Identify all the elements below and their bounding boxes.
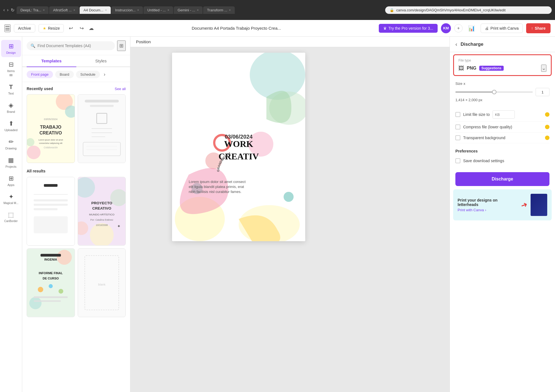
svg-text:elit ligula blandit platea pri: elit ligula blandit platea primis, erat xyxy=(189,185,244,189)
pill-front-page[interactable]: Front page xyxy=(27,71,53,78)
search-input[interactable] xyxy=(37,44,111,48)
brand-icon: ◈ xyxy=(9,102,13,109)
all-results-title: All results xyxy=(27,169,46,173)
sidebar-item-magical[interactable]: ✦ Magical M... xyxy=(1,190,21,207)
svg-text:Colaboración: Colaboración xyxy=(44,146,58,149)
tab-deepl[interactable]: DeepL: Tra... × xyxy=(17,6,49,14)
template-card-trabajo[interactable]: 03/05/2024 TRABAJO CREATIVO Lorem ipsum … xyxy=(27,94,75,163)
items-icon: ⊟ xyxy=(9,61,14,68)
svg-rect-50 xyxy=(34,300,61,302)
tab-close-untitled[interactable]: × xyxy=(167,8,169,12)
sidebar-item-canborder[interactable]: ⬚ CanBorder xyxy=(1,208,21,225)
add-button[interactable]: + xyxy=(454,24,463,32)
svg-text:TRABAJO: TRABAJO xyxy=(40,125,61,129)
limit-file-size-row: Limit file size to xyxy=(455,108,549,122)
print-promo-link[interactable]: Print with Canva › xyxy=(458,208,518,212)
tab-close-gemini[interactable]: × xyxy=(197,8,198,12)
archive-button[interactable]: Archive xyxy=(14,24,35,32)
nav-buttons[interactable]: ‹ › ↻ xyxy=(3,7,14,13)
canvas-document[interactable]: WORK CREATIV GRANDEITAVM Lorem ipsum dol… xyxy=(172,53,305,241)
tab-styles[interactable]: Styles xyxy=(76,55,126,67)
undo-button[interactable]: ↩ xyxy=(67,24,75,32)
tab-close-transform[interactable]: × xyxy=(229,8,231,12)
menu-button[interactable]: ☰ xyxy=(4,24,11,32)
svg-rect-26 xyxy=(34,208,58,210)
file-type-chevron[interactable]: ⌄ xyxy=(541,65,546,72)
tab-templates[interactable]: Templates xyxy=(27,55,76,67)
all-results-grid: PROYECTO CREATIVO MUNDO ARTÍSTICO Por: C… xyxy=(27,177,126,317)
address-bar[interactable]: 🔒 canva.com/design/DAGQmShVmyo/4HovEmDME… xyxy=(385,6,552,14)
svg-rect-49 xyxy=(34,296,68,298)
tab-close-instruccion[interactable]: × xyxy=(137,8,139,12)
tab-a4doc[interactable]: A4 Docum... × xyxy=(80,6,111,14)
tab-close-a4doc[interactable]: × xyxy=(105,8,107,12)
tab-close-deepl[interactable]: × xyxy=(43,8,45,12)
see-all-button[interactable]: See all xyxy=(115,87,126,91)
template-result-4[interactable]: blank xyxy=(78,248,126,317)
transparent-bg-left: Transparent background xyxy=(455,135,505,140)
template-art-r3: INGENIA INFORME FINAL DE CURSO xyxy=(27,249,75,317)
tab-close-afirstsoft[interactable]: × xyxy=(73,8,75,12)
save-settings-checkbox[interactable] xyxy=(455,158,460,163)
svg-text:consectetur adipiscing elit: consectetur adipiscing elit xyxy=(39,142,62,144)
template-result-2[interactable]: PROYECTO CREATIVO MUNDO ARTÍSTICO Por: C… xyxy=(78,177,126,246)
template-result-3[interactable]: INGENIA INFORME FINAL DE CURSO xyxy=(27,248,75,317)
sidebar-item-text[interactable]: T Text xyxy=(1,81,21,98)
sidebar-item-apps[interactable]: ⊞ Apps xyxy=(1,172,21,189)
tab-transform[interactable]: Transform ... × xyxy=(203,6,235,14)
back-nav-btn[interactable]: ‹ xyxy=(3,7,5,12)
right-panel-back-btn[interactable]: ‹ xyxy=(455,41,457,47)
transparent-bg-checkbox[interactable] xyxy=(455,135,460,140)
svg-rect-23 xyxy=(34,194,68,195)
resize-button[interactable]: ★ Resize xyxy=(39,24,64,32)
pill-board[interactable]: Board xyxy=(55,71,74,78)
all-results-header: All results xyxy=(27,169,126,174)
refresh-btn[interactable]: ↻ xyxy=(11,7,14,13)
search-icon: 🔍 xyxy=(31,44,35,48)
sidebar-item-design[interactable]: ⊞ Design xyxy=(1,40,21,57)
tab-afirstsoft[interactable]: AfirstSoft ... × xyxy=(49,6,79,14)
tab-untitled[interactable]: Untitled - ... × xyxy=(143,6,173,14)
template-result-1[interactable] xyxy=(27,177,75,246)
png-icon: 🖼 xyxy=(458,65,464,72)
svg-text:✦: ✦ xyxy=(117,224,120,228)
left-panel: 🔍 ⊞ Templates Styles Front page Board Sc… xyxy=(22,37,130,392)
browser-chrome: ‹ › ↻ DeepL: Tra... × AfirstSoft ... × A… xyxy=(0,0,555,20)
sidebar-item-projects[interactable]: ▦ Projects xyxy=(1,154,21,171)
canvas-top-bar: Position xyxy=(130,37,450,47)
svg-rect-21 xyxy=(27,177,75,245)
apps-icon: ⊞ xyxy=(9,175,14,182)
svg-text:MUNDO ARTÍSTICO: MUNDO ARTÍSTICO xyxy=(89,213,115,216)
tab-instruccion[interactable]: Instruccion... × xyxy=(111,6,143,14)
search-box[interactable]: 🔍 xyxy=(27,41,115,50)
share-button[interactable]: ↑ Share xyxy=(526,23,551,33)
svg-point-46 xyxy=(38,287,43,292)
limit-file-size-input[interactable] xyxy=(493,110,515,119)
discharge-button[interactable]: Discharge xyxy=(455,172,549,186)
template-card-lineart[interactable] xyxy=(78,94,126,163)
svg-text:PROYECTO: PROYECTO xyxy=(91,201,112,205)
chart-icon[interactable]: 📊 xyxy=(466,24,477,33)
forward-nav-btn[interactable]: › xyxy=(7,7,8,12)
pro-dot-compress xyxy=(545,125,549,129)
canvas-content[interactable]: WORK CREATIV GRANDEITAVM Lorem ipsum dol… xyxy=(130,47,450,392)
file-type-label: File type xyxy=(458,58,546,62)
size-slider[interactable] xyxy=(455,91,533,93)
avatar[interactable]: KM xyxy=(441,23,451,33)
size-input[interactable] xyxy=(536,88,549,96)
pro-button[interactable]: ♛ Try the Pro version for 3... xyxy=(379,24,438,33)
print-button[interactable]: 🖨 Print with Canva xyxy=(481,24,523,33)
filter-button[interactable]: ⊞ xyxy=(117,40,126,51)
slider-thumb[interactable] xyxy=(492,90,496,94)
tab-gemini[interactable]: Gemini - ... × xyxy=(174,6,203,14)
doc-title: Documento A4 Portada Trabajo Proyecto Cr… xyxy=(97,26,375,30)
sidebar-item-drawing[interactable]: ✏ Drawing xyxy=(1,136,21,153)
redo-button[interactable]: ↪ xyxy=(78,24,85,32)
limit-file-size-checkbox[interactable] xyxy=(455,112,460,117)
sidebar-item-uploaded[interactable]: ⬆ Uploaded xyxy=(1,117,21,134)
compress-checkbox[interactable] xyxy=(455,124,460,129)
pill-next-btn[interactable]: › xyxy=(102,70,107,78)
sidebar-item-items[interactable]: ⊟ Items 88 xyxy=(1,58,21,80)
pill-schedule[interactable]: Schedule xyxy=(76,71,100,78)
sidebar-item-brand[interactable]: ◈ Brand xyxy=(1,99,21,116)
